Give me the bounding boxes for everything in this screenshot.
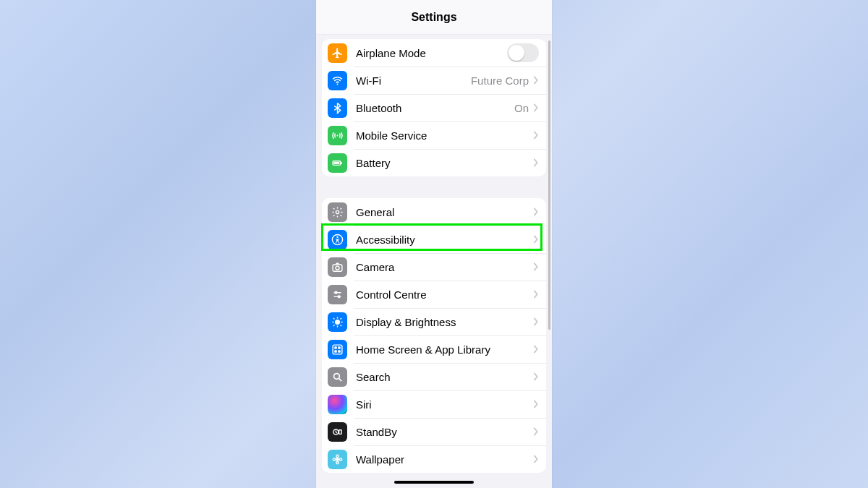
scrollbar[interactable] [548, 40, 550, 330]
chevron-icon [533, 207, 539, 216]
brightness-icon [328, 312, 347, 332]
svg-point-23 [336, 461, 339, 463]
flower-icon [328, 450, 347, 469]
row-control-centre[interactable]: Control Centre [322, 281, 546, 308]
group-connectivity: Airplane Mode Wi-Fi Future Corp Bluetoot… [322, 39, 546, 176]
chevron-icon [533, 158, 539, 167]
svg-point-25 [339, 458, 341, 460]
svg-rect-4 [334, 162, 340, 164]
bluetooth-label: Bluetooth [356, 102, 514, 114]
row-wifi[interactable]: Wi-Fi Future Corp [322, 67, 546, 94]
airplane-icon [328, 43, 347, 63]
svg-point-21 [336, 458, 339, 461]
svg-point-22 [336, 455, 339, 457]
chevron-icon [533, 131, 539, 140]
row-siri[interactable]: Siri [322, 390, 546, 418]
svg-point-18 [334, 373, 340, 379]
chevron-icon [533, 290, 539, 299]
row-general[interactable]: General [322, 198, 546, 226]
airplane-toggle[interactable] [507, 43, 539, 62]
chevron-icon [533, 235, 539, 244]
row-search[interactable]: Search [322, 363, 546, 390]
svg-rect-3 [341, 162, 341, 164]
accessibility-label: Accessibility [356, 234, 533, 246]
chevron-icon [533, 76, 539, 85]
svg-point-10 [335, 291, 337, 294]
airplane-label: Airplane Mode [356, 47, 507, 59]
chevron-icon [533, 400, 539, 408]
chevron-icon [533, 103, 539, 112]
antenna-icon [328, 126, 347, 145]
bluetooth-value: On [514, 102, 529, 114]
search-label: Search [356, 371, 533, 383]
sliders-icon [328, 285, 347, 304]
svg-point-1 [337, 134, 339, 136]
svg-point-9 [336, 266, 339, 270]
svg-rect-16 [334, 350, 337, 353]
mobile-label: Mobile Service [356, 129, 533, 142]
chevron-icon [533, 345, 539, 354]
row-wallpaper[interactable]: Wallpaper [322, 445, 546, 473]
chevron-icon [533, 455, 539, 463]
camera-label: Camera [356, 261, 533, 273]
general-label: General [356, 206, 533, 218]
clock-icon [328, 422, 347, 442]
svg-rect-13 [333, 345, 342, 354]
apps-grid-icon [328, 340, 347, 359]
svg-rect-20 [339, 429, 342, 434]
svg-point-12 [336, 320, 340, 324]
svg-point-5 [336, 210, 339, 213]
row-home-screen[interactable]: Home Screen & App Library [322, 335, 546, 363]
home-indicator[interactable] [394, 481, 474, 484]
wifi-label: Wi-Fi [356, 74, 471, 87]
camera-icon [328, 257, 347, 277]
accessibility-icon [328, 230, 347, 249]
battery-icon [328, 153, 347, 173]
bluetooth-icon [328, 98, 347, 118]
row-camera[interactable]: Camera [322, 253, 546, 281]
gear-icon [328, 202, 347, 222]
wifi-icon [328, 71, 347, 90]
chevron-icon [533, 427, 539, 436]
svg-rect-15 [338, 346, 341, 349]
svg-point-7 [336, 236, 338, 237]
svg-rect-8 [333, 264, 342, 270]
row-battery[interactable]: Battery [322, 149, 546, 176]
row-mobile-service[interactable]: Mobile Service [322, 121, 546, 149]
nav-title: Settings [411, 11, 456, 24]
group-system: General Accessibility Camera [322, 198, 546, 473]
row-airplane-mode[interactable]: Airplane Mode [322, 39, 546, 67]
row-accessibility[interactable]: Accessibility [322, 226, 546, 253]
svg-point-11 [338, 295, 340, 297]
display-label: Display & Brightness [356, 316, 533, 328]
row-standby[interactable]: StandBy [322, 418, 546, 445]
settings-screen: Settings Airplane Mode Wi-Fi Future Corp [316, 0, 552, 488]
standby-label: StandBy [356, 426, 533, 438]
svg-point-0 [337, 83, 339, 85]
svg-rect-17 [338, 350, 341, 353]
chevron-icon [533, 372, 539, 381]
battery-label: Battery [356, 157, 533, 169]
search-icon [328, 367, 347, 387]
settings-scroll[interactable]: Airplane Mode Wi-Fi Future Corp Bluetoot… [316, 35, 552, 488]
svg-point-24 [333, 458, 335, 460]
control-centre-label: Control Centre [356, 288, 533, 301]
wallpaper-label: Wallpaper [356, 453, 533, 466]
home-screen-label: Home Screen & App Library [356, 343, 533, 356]
siri-label: Siri [356, 398, 533, 411]
chevron-icon [533, 317, 539, 326]
row-bluetooth[interactable]: Bluetooth On [322, 94, 546, 121]
wifi-value: Future Corp [471, 74, 529, 87]
nav-header: Settings [316, 0, 552, 35]
chevron-icon [533, 262, 539, 271]
siri-icon [328, 395, 347, 414]
svg-rect-14 [334, 346, 337, 349]
row-display-brightness[interactable]: Display & Brightness [322, 308, 546, 335]
